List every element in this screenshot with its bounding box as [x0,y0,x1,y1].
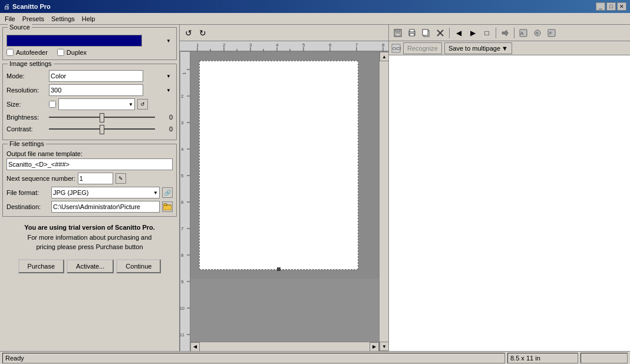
trial-notice: You are using trial version of Scanitto … [2,220,177,254]
size-select-wrapper [58,98,135,110]
scan-rotate-right-button[interactable]: ↻ [196,27,209,39]
toolbar-separator-3 [514,28,514,38]
ocr-text-area[interactable] [389,55,630,351]
mode-select[interactable]: Color Grayscale Black & White [49,70,143,82]
svg-text:7: 7 [355,42,358,48]
svg-text:5: 5 [181,173,184,178]
source-group: Source Autofeeder Duplex [2,27,177,60]
scroll-right-button[interactable]: ▶ [370,342,379,352]
title-bar: 🖨 Scanitto Pro _ □ ✕ [0,0,630,13]
svg-text:8: 8 [181,253,184,258]
source-select[interactable] [6,35,142,47]
svg-text:3: 3 [181,120,184,125]
ocr-recognize-icon: OCR [391,44,401,53]
size-inner-row: ↺ [49,98,148,110]
svg-text:R: R [536,31,539,35]
svg-text:6: 6 [181,200,184,205]
ocr-multipage-button[interactable]: Save to multipage ▼ [444,42,512,54]
brightness-slider[interactable] [49,112,155,122]
svg-rect-52 [395,29,400,32]
svg-rect-53 [395,34,400,36]
contrast-label: Contrast: [6,125,49,133]
close-button[interactable]: ✕ [617,2,626,11]
mode-row: Mode: Color Grayscale Black & White [6,70,173,82]
seq-button[interactable]: ✎ [116,173,126,184]
minimize-button[interactable]: _ [596,2,605,11]
size-label: Size: [6,101,49,108]
ocr-print-button[interactable] [405,27,418,39]
toolbar-separator-2 [496,28,496,38]
seq-label: Next sequence number: [6,175,75,182]
autofeeder-checkbox[interactable] [6,49,14,56]
ocr-icon-2: R [533,29,542,37]
ocr-unknown1-button[interactable]: A [517,27,530,39]
svg-text:5: 5 [302,42,305,48]
ocr-save-button[interactable] [391,27,404,39]
toolbar-separator-1 [449,28,450,38]
ocr-prev-button[interactable]: ◀ [452,27,465,39]
seq-row: Next sequence number: ✎ [6,173,173,184]
size-row: Size: ↺ [6,98,173,110]
size-select[interactable] [58,98,135,110]
file-settings-group: File settings Output file name template:… [2,144,177,217]
ocr-unknown2-button[interactable]: R [531,27,544,39]
format-select-wrapper: JPG (JPEG) PNG BMP TIFF PDF [51,187,160,198]
dest-input[interactable] [51,201,160,213]
ocr-speaker-button[interactable] [499,27,512,39]
continue-button[interactable]: Continue [116,259,161,273]
resolution-select[interactable]: 75 100 150 200 300 600 1200 [49,84,143,96]
trial-line1: You are using trial version of Scanitto … [24,224,155,231]
dest-browse-button[interactable] [162,201,173,212]
contrast-value: 0 [155,125,173,133]
ocr-unknown3-button[interactable]: F [545,27,558,39]
ocr-copy-button[interactable] [420,27,433,39]
scan-inner: 1 2 3 4 5 6 7 8 9 [180,52,388,351]
ocr-next-button[interactable]: ▶ [466,27,479,39]
format-browse-button[interactable]: 🔗 [162,187,173,198]
menu-help[interactable]: Help [78,14,99,24]
menu-presets[interactable]: Presets [19,14,48,24]
svg-text:4: 4 [276,42,279,48]
svg-text:9: 9 [181,279,184,284]
dest-label: Destination: [6,203,49,210]
scan-h-scrollbar: ◀ ▶ [190,342,379,351]
contrast-slider[interactable] [49,124,155,134]
brightness-label: Brightness: [6,114,49,121]
purchase-button[interactable]: Purchase [18,259,64,273]
scroll-left-button[interactable]: ◀ [190,342,200,352]
svg-text:OCR: OCR [392,46,401,51]
checkbox-row: Autofeeder Duplex [6,49,173,56]
ruler-left-svg: 1 2 3 4 5 6 7 8 9 [180,52,190,351]
menu-file[interactable]: File [1,14,19,24]
maximize-button[interactable]: □ [606,2,616,11]
output-label: Output file name template: [6,150,173,157]
format-select[interactable]: JPG (JPEG) PNG BMP TIFF PDF [51,187,160,198]
scroll-up-button[interactable]: ▲ [380,52,388,61]
image-settings-group: Image settings Mode: Color Grayscale Bla… [2,64,177,140]
resize-handle-bottom[interactable] [277,267,281,271]
brightness-row: Brightness: 0 [6,112,173,122]
activate-button[interactable]: Activate... [67,259,114,273]
ocr-recognize-button[interactable]: Recognize [403,42,442,54]
svg-text:F: F [549,31,552,36]
ocr-delete-button[interactable] [434,27,447,39]
ruler-top: 1 2 3 4 5 6 7 8 in [180,41,388,52]
output-template-input[interactable] [6,158,173,170]
file-settings-label: File settings [8,140,46,147]
save-icon [394,29,402,37]
scan-toolbar: ↺ ↻ [180,25,388,41]
size-checkbox[interactable] [49,101,56,108]
source-select-wrapper [6,35,173,47]
menu-settings[interactable]: Settings [48,14,78,24]
scroll-v-track[interactable] [380,61,388,342]
seq-input[interactable] [78,173,113,184]
scan-main-area: ◀ ▶ [190,52,379,351]
ocr-maximize-button[interactable]: □ [480,27,493,39]
title-bar-controls: _ □ ✕ [596,2,626,11]
duplex-checkbox[interactable] [57,49,64,56]
scroll-down-button[interactable]: ▼ [380,342,388,351]
scroll-h-track[interactable] [200,342,370,351]
scan-canvas[interactable] [190,52,379,342]
scan-rotate-left-button[interactable]: ↺ [182,27,195,39]
size-refresh-button[interactable]: ↺ [137,99,148,110]
